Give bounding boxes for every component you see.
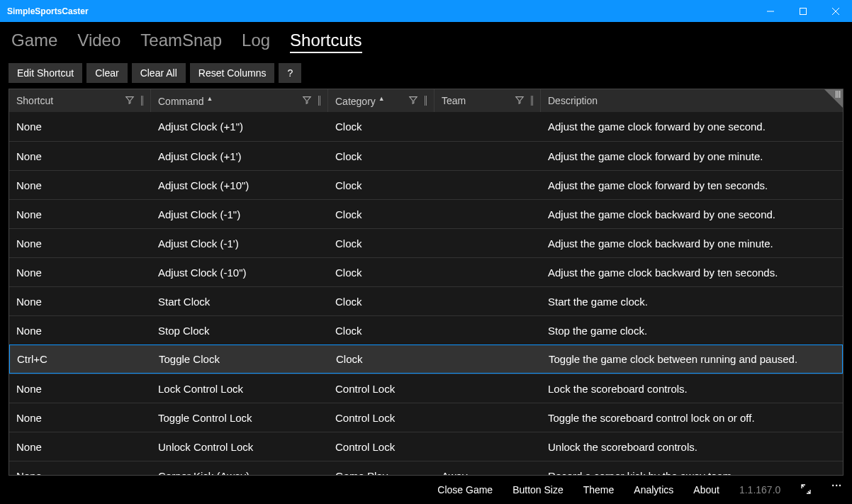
filter-icon[interactable]: [408, 95, 420, 106]
cell-team: Away: [435, 470, 541, 476]
sort-asc-icon: ▲: [379, 95, 385, 102]
cell-shortcut: None: [9, 179, 151, 191]
column-resize-handle[interactable]: [139, 96, 143, 106]
cell-shortcut: None: [9, 325, 151, 337]
tab-shortcuts[interactable]: Shortcuts: [290, 29, 361, 53]
clear-all-button[interactable]: Clear All: [132, 63, 186, 83]
close-game-link[interactable]: Close Game: [437, 484, 493, 495]
filter-icon[interactable]: [302, 95, 313, 106]
table-row[interactable]: NoneAdjust Clock (+1')ClockAdjust the ga…: [9, 141, 843, 170]
cell-category: Control Lock: [328, 441, 435, 453]
column-header-category[interactable]: Category▲: [328, 89, 435, 112]
column-resize-handle[interactable]: [316, 96, 320, 106]
cell-description: Unlock the scoreboard controls.: [541, 441, 843, 453]
tab-bar: GameVideoTeamSnapLogShortcuts: [9, 29, 843, 59]
cell-category: Clock: [328, 325, 435, 337]
table-row[interactable]: NoneStop ClockClockStop the game clock.: [9, 315, 843, 345]
table-row[interactable]: NoneAdjust Clock (-1")ClockAdjust the ga…: [9, 199, 843, 228]
maximize-button[interactable]: [787, 0, 819, 22]
column-header-team[interactable]: Team: [435, 89, 541, 112]
cell-shortcut: None: [9, 267, 151, 279]
table-row[interactable]: NoneLock Control LockControl LockLock th…: [9, 374, 843, 403]
table-row[interactable]: NoneUnlock Control LockControl LockUnloc…: [9, 432, 843, 461]
tab-teamsnap[interactable]: TeamSnap: [140, 29, 222, 53]
table-row[interactable]: NoneStart ClockClockStart the game clock…: [9, 286, 843, 315]
cell-category: Clock: [329, 353, 435, 365]
cell-category: Clock: [328, 208, 435, 220]
cell-description: Adjust the game clock forward by one sec…: [541, 121, 843, 133]
column-chooser-lines-icon: |||: [835, 91, 841, 97]
tab-log[interactable]: Log: [242, 29, 270, 53]
cell-command: Adjust Clock (+1"): [151, 121, 328, 133]
cell-category: Clock: [328, 296, 435, 308]
fullscreen-icon[interactable]: [800, 483, 812, 497]
minimize-button[interactable]: [754, 0, 787, 22]
table-row[interactable]: NoneToggle Control LockControl LockToggl…: [9, 403, 843, 432]
cell-command: Unlock Control Lock: [151, 441, 328, 453]
clear-button[interactable]: Clear: [86, 63, 127, 83]
cell-command: Corner Kick (Away): [151, 470, 328, 476]
column-header-command[interactable]: Command▲: [151, 89, 328, 112]
tab-game[interactable]: Game: [11, 29, 57, 53]
cell-shortcut: None: [9, 121, 151, 133]
window-title: SimpleSportsCaster: [0, 6, 89, 16]
cell-shortcut: None: [9, 296, 151, 308]
analytics-link[interactable]: Analytics: [634, 484, 673, 495]
cell-category: Control Lock: [328, 383, 435, 395]
theme-link[interactable]: Theme: [583, 484, 615, 495]
cell-command: Stop Clock: [151, 325, 328, 337]
cell-command: Start Clock: [151, 296, 328, 308]
table-row[interactable]: NoneAdjust Clock (+10")ClockAdjust the g…: [9, 170, 843, 199]
cell-command: Adjust Clock (-1"): [151, 208, 328, 220]
cell-command: Adjust Clock (-10"): [151, 267, 328, 279]
cell-description: Adjust the game clock forward by one min…: [541, 150, 843, 162]
table-row[interactable]: NoneCorner Kick (Away)Game PlayAwayRecor…: [9, 461, 843, 475]
more-icon[interactable]: ···: [831, 480, 842, 491]
column-resize-handle[interactable]: [529, 96, 533, 106]
column-header-label: Shortcut: [16, 95, 122, 106]
cell-shortcut: None: [9, 237, 151, 250]
cell-shortcut: None: [9, 412, 151, 424]
bottom-bar: Close Game Button Size Theme Analytics A…: [0, 476, 852, 504]
cell-category: Clock: [328, 150, 435, 162]
close-button[interactable]: [819, 0, 852, 22]
column-header-label: Command▲: [158, 95, 299, 107]
column-header-description[interactable]: Description: [541, 89, 843, 112]
reset-columns-button[interactable]: Reset Columns: [190, 63, 275, 83]
tab-video[interactable]: Video: [77, 29, 120, 53]
cell-description: Adjust the game clock backward by ten se…: [541, 267, 843, 279]
cell-description: Stop the game clock.: [541, 325, 843, 337]
edit-shortcut-button[interactable]: Edit Shortcut: [9, 63, 82, 83]
button-size-link[interactable]: Button Size: [512, 484, 564, 495]
toolbar: Edit Shortcut Clear Clear All Reset Colu…: [9, 59, 843, 89]
table-row[interactable]: NoneAdjust Clock (-1')ClockAdjust the ga…: [9, 228, 843, 257]
cell-description: Record a corner kick by the away team.: [541, 470, 843, 476]
table-row[interactable]: Ctrl+CToggle ClockClockToggle the game c…: [9, 345, 843, 374]
cell-command: Lock Control Lock: [151, 383, 328, 395]
about-link[interactable]: About: [693, 484, 719, 495]
column-resize-handle[interactable]: [422, 96, 427, 106]
cell-command: Adjust Clock (+10"): [151, 179, 328, 191]
cell-category: Game Play: [328, 470, 435, 476]
filter-icon[interactable]: [125, 95, 136, 106]
cell-category: Clock: [328, 179, 435, 191]
cell-description: Start the game clock.: [541, 296, 843, 308]
window-controls: [754, 0, 852, 22]
cell-category: Clock: [328, 267, 435, 279]
table-row[interactable]: NoneAdjust Clock (+1")ClockAdjust the ga…: [9, 112, 843, 141]
grid-body[interactable]: NoneAdjust Clock (+1")ClockAdjust the ga…: [9, 112, 843, 475]
cell-category: Clock: [328, 237, 435, 250]
cell-category: Control Lock: [328, 412, 435, 424]
shortcuts-grid: ShortcutCommand▲Category▲TeamDescription…: [9, 89, 843, 476]
cell-description: Toggle the scoreboard control lock on or…: [541, 412, 843, 424]
help-button[interactable]: ?: [279, 63, 301, 83]
column-header-label: Category▲: [335, 95, 405, 107]
column-header-shortcut[interactable]: Shortcut: [9, 89, 151, 112]
cell-description: Adjust the game clock forward by ten sec…: [541, 179, 843, 191]
cell-shortcut: None: [9, 441, 151, 453]
table-row[interactable]: NoneAdjust Clock (-10")ClockAdjust the g…: [9, 257, 843, 286]
filter-icon[interactable]: [515, 95, 526, 106]
version-label: 1.1.167.0: [739, 484, 780, 495]
cell-command: Toggle Clock: [152, 353, 329, 365]
cell-shortcut: Ctrl+C: [10, 353, 152, 365]
